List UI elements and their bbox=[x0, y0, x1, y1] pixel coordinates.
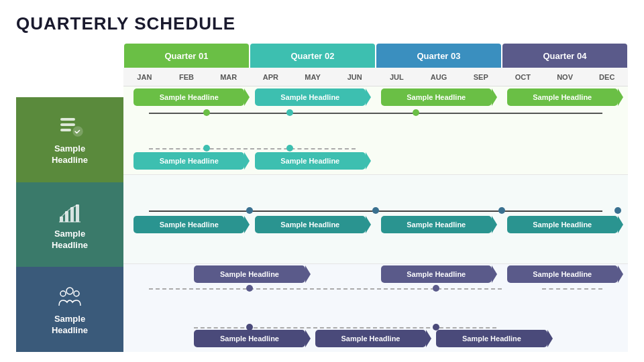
month-may: MAY bbox=[292, 68, 334, 86]
quarter-headers: Quarter 01 Quarter 02 Quarter 03 Quarter… bbox=[123, 44, 628, 68]
pill-r1u4: Sample Headline bbox=[507, 88, 618, 106]
pill-r1u2: Sample Headline bbox=[255, 88, 366, 106]
svg-rect-2 bbox=[60, 129, 71, 131]
month-jul: JUL bbox=[376, 68, 418, 86]
pill-r2-2: Sample Headline bbox=[255, 216, 366, 233]
quarter-2-header: Quarter 02 bbox=[250, 44, 375, 68]
schedule-container: SampleHeadline SampleHeadline bbox=[16, 44, 628, 352]
pill-r3l3: Sample Headline bbox=[436, 330, 547, 347]
svg-point-10 bbox=[74, 291, 79, 296]
sidebar-label-3: SampleHeadline bbox=[52, 314, 88, 337]
month-aug: AUG bbox=[418, 68, 460, 86]
content-row-2: Sample Headline Sample Headline Sample H… bbox=[123, 175, 628, 263]
month-dec: DEC bbox=[586, 68, 628, 86]
svg-rect-7 bbox=[76, 204, 79, 222]
pill-r1u1: Sample Headline bbox=[133, 88, 244, 106]
svg-rect-1 bbox=[60, 123, 75, 126]
pill-r3u2: Sample Headline bbox=[381, 265, 492, 283]
pill-r3l2: Sample Headline bbox=[315, 330, 426, 347]
pill-r2-1: Sample Headline bbox=[133, 216, 244, 233]
sidebar-row-2: SampleHeadline bbox=[16, 182, 123, 267]
sidebar-label-2: SampleHeadline bbox=[52, 229, 88, 251]
pill-r1u3: Sample Headline bbox=[381, 88, 492, 106]
month-apr: APR bbox=[250, 68, 292, 86]
pill-r1l1: Sample Headline bbox=[133, 152, 244, 170]
month-jun: JUN bbox=[333, 68, 376, 86]
sidebar-row-3: SampleHeadline bbox=[16, 267, 123, 352]
svg-rect-0 bbox=[60, 118, 75, 121]
pill-r2-4: Sample Headline bbox=[507, 216, 618, 233]
page-title: QUARTERLY SCHEDULE bbox=[16, 13, 628, 34]
sidebar: SampleHeadline SampleHeadline bbox=[16, 44, 123, 352]
quarter-3-header: Quarter 03 bbox=[376, 44, 501, 68]
team-icon bbox=[56, 283, 83, 310]
svg-point-9 bbox=[60, 291, 66, 296]
grid-area: Quarter 01 Quarter 02 Quarter 03 Quarter… bbox=[123, 44, 628, 352]
month-row: JAN FEB MAR APR MAY JUN JUL AUG SEP OCT … bbox=[123, 68, 628, 86]
pill-r3u1: Sample Headline bbox=[194, 265, 305, 283]
pill-r3u3: Sample Headline bbox=[507, 265, 618, 283]
month-feb: FEB bbox=[166, 68, 208, 86]
sidebar-label-1: SampleHeadline bbox=[52, 143, 88, 166]
content-row-1: Sample Headline Sample Headline Sample H… bbox=[123, 86, 628, 175]
pill-r3l1: Sample Headline bbox=[194, 330, 305, 347]
chart-icon bbox=[56, 198, 83, 225]
month-oct: OCT bbox=[502, 68, 544, 86]
checklist-icon bbox=[56, 113, 83, 139]
pill-r2-3: Sample Headline bbox=[381, 216, 492, 233]
quarter-4-header: Quarter 04 bbox=[502, 44, 627, 68]
quarter-1-header: Quarter 01 bbox=[124, 44, 249, 68]
page: QUARTERLY SCHEDULE SampleHeadline bbox=[0, 0, 644, 362]
content-row-3: Sample Headline Sample Headline Sample H… bbox=[123, 264, 628, 352]
sidebar-row-1: SampleHeadline bbox=[16, 97, 123, 182]
month-sep: SEP bbox=[460, 68, 502, 86]
svg-rect-6 bbox=[70, 207, 74, 222]
month-mar: MAR bbox=[207, 68, 250, 86]
svg-point-8 bbox=[66, 288, 73, 294]
pill-r1l2: Sample Headline bbox=[255, 152, 366, 170]
month-nov: NOV bbox=[544, 68, 586, 86]
content-rows: Sample Headline Sample Headline Sample H… bbox=[123, 86, 628, 352]
month-jan: JAN bbox=[123, 68, 166, 86]
